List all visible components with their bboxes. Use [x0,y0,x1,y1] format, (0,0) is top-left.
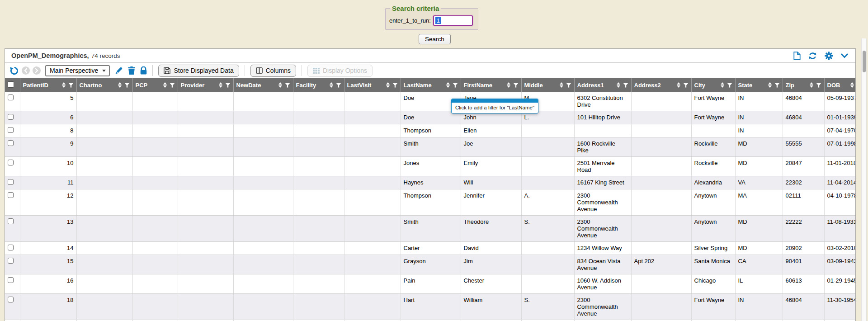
column-header-lastvisit[interactable]: LastVisit [344,78,401,92]
select-all-checkbox[interactable] [8,81,14,88]
filter-funnel-icon[interactable] [513,83,519,88]
refresh-icon[interactable] [808,52,817,60]
store-displayed-data-label: Store Displayed Data [174,67,233,74]
trash-icon[interactable] [128,66,135,75]
sort-icon[interactable] [386,82,390,88]
filter-funnel-icon[interactable] [623,83,628,88]
filter-funnel-icon[interactable] [453,83,458,88]
column-header-newdate[interactable]: NewDate [233,78,293,92]
chevron-down-icon[interactable] [841,53,848,58]
filter-funnel-icon[interactable] [170,83,175,88]
column-header-label: Facility [296,82,327,89]
row-checkbox[interactable] [8,245,14,250]
column-header-provider[interactable]: Provider [178,78,233,92]
row-checkbox[interactable] [8,218,14,224]
cell-dob: 03-02-2010 [824,242,855,255]
filter-funnel-icon[interactable] [392,83,398,88]
row-select-cell [5,176,20,189]
row-checkbox[interactable] [8,114,14,120]
column-header-label: City [694,82,718,89]
run-input[interactable]: 1 [433,15,473,26]
column-header-facility[interactable]: Facility [293,78,344,92]
sort-icon[interactable] [330,82,333,88]
chevron-left-icon[interactable] [22,66,30,75]
row-checkbox[interactable] [8,277,14,283]
cell-address1: 2300 Commonwealth Avenue [574,216,631,242]
column-header-dob[interactable]: DOB [824,78,855,92]
pencil-icon[interactable] [115,66,123,75]
column-header-middle[interactable]: Middle [521,78,574,92]
row-checkbox[interactable] [8,192,14,198]
column-header-lastname[interactable]: LastName [401,78,461,92]
row-checkbox[interactable] [8,179,14,185]
table-row: 18HartWilliamS.2300 Commonwealth AvenueF… [5,294,855,320]
filter-funnel-icon[interactable] [566,83,571,88]
sort-icon[interactable] [768,82,772,88]
vertical-scrollbar-thumb[interactable] [863,51,866,72]
column-header-state[interactable]: State [735,78,783,92]
filter-funnel-icon[interactable] [727,83,732,88]
filter-funnel-icon[interactable] [774,83,780,88]
filter-funnel-icon[interactable] [68,83,74,88]
cell-zip: 22302 [783,176,824,189]
filter-funnel-icon[interactable] [816,83,821,88]
cell-patientid: 11 [20,176,76,189]
row-checkbox[interactable] [8,258,14,264]
columns-button[interactable]: Columns [250,65,296,77]
cell-newdate [233,216,293,242]
cell-provider [178,111,233,124]
sort-icon[interactable] [446,82,450,88]
cell-lastvisit [344,111,401,124]
column-header-firstname[interactable]: FirstName [461,78,521,92]
sort-icon[interactable] [677,82,680,88]
row-checkbox[interactable] [8,94,14,100]
row-checkbox[interactable] [8,297,14,302]
row-checkbox[interactable] [8,160,14,165]
sort-icon[interactable] [810,82,813,88]
column-header-label: Zip [786,82,807,89]
sort-icon[interactable] [507,82,510,88]
cell-pcp [132,137,178,157]
cell-state: IN [735,92,783,111]
filter-funnel-icon[interactable] [336,83,341,88]
cell-patientid: 15 [20,255,76,274]
sort-icon[interactable] [617,82,620,88]
column-header-chartno[interactable]: Chartno [76,78,132,92]
sort-icon[interactable] [163,82,167,88]
perspective-select[interactable]: Main Perspective [45,65,110,76]
undo-icon[interactable] [9,66,19,76]
document-icon[interactable] [793,52,801,60]
sort-icon[interactable] [560,82,563,88]
chevron-right-icon[interactable] [33,66,41,75]
gear-icon[interactable] [825,52,833,60]
sort-icon[interactable] [721,82,724,88]
column-header-label: DOB [827,82,848,89]
row-checkbox[interactable] [8,140,14,146]
column-header-address2[interactable]: Address2 [631,78,691,92]
vertical-scrollbar-track[interactable] [861,38,867,321]
filter-funnel-icon[interactable] [285,83,290,88]
sort-icon[interactable] [278,82,282,88]
sort-icon[interactable] [62,82,66,88]
filter-funnel-icon[interactable] [225,83,231,88]
lock-icon[interactable] [140,66,147,75]
cell-patientid: 16 [20,274,76,294]
sort-icon[interactable] [219,82,222,88]
store-displayed-data-button[interactable]: Store Displayed Data [158,65,239,77]
cell-facility [293,137,344,157]
cell-patientid: 8 [20,124,76,137]
column-header-pcp[interactable]: PCP [132,78,178,92]
cell-middle [521,255,574,274]
filter-funnel-icon[interactable] [124,83,130,88]
cell-provider [178,189,233,216]
sort-icon[interactable] [850,82,854,88]
sort-icon[interactable] [118,82,122,88]
column-header-zip[interactable]: Zip [783,78,824,92]
column-header-city[interactable]: City [691,78,735,92]
column-header-patientid[interactable]: PatientID [20,78,76,92]
filter-funnel-icon[interactable] [683,83,689,88]
column-header-address1[interactable]: Address1 [574,78,631,92]
cell-newdate [233,137,293,157]
search-button[interactable]: Search [419,34,451,44]
row-checkbox[interactable] [8,127,14,133]
